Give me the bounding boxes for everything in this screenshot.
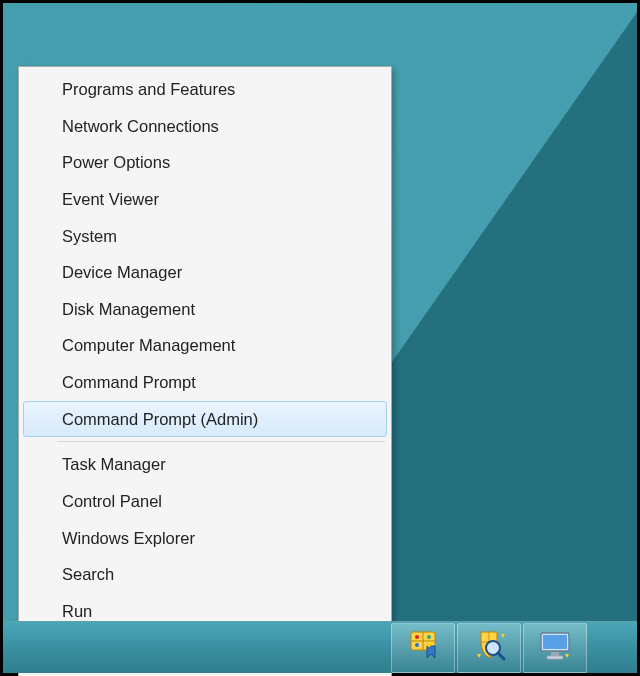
shield-flag-icon [405,628,441,668]
menu-item-label: Windows Explorer [62,529,195,547]
svg-point-1 [415,635,419,639]
svg-marker-8 [501,634,505,638]
menu-item-label: Task Manager [62,455,166,473]
menu-item-command-prompt[interactable]: Command Prompt [23,364,387,401]
menu-separator [57,441,385,442]
menu-item-power-options[interactable]: Power Options [23,144,387,181]
menu-item-label: Control Panel [62,492,162,510]
menu-item-label: Programs and Features [62,80,235,98]
svg-point-3 [415,643,419,647]
menu-item-label: Network Connections [62,117,219,135]
menu-item-label: System [62,227,117,245]
desktop: Programs and FeaturesNetwork Connections… [3,3,637,673]
menu-item-search[interactable]: Search [23,556,387,593]
menu-item-windows-explorer[interactable]: Windows Explorer [23,520,387,557]
menu-item-network-connections[interactable]: Network Connections [23,108,387,145]
svg-point-2 [427,635,431,639]
menu-item-label: Power Options [62,153,170,171]
svg-point-4 [427,643,431,647]
menu-item-label: Search [62,565,114,583]
menu-item-control-panel[interactable]: Control Panel [23,483,387,520]
menu-item-system[interactable]: System [23,218,387,255]
menu-item-event-viewer[interactable]: Event Viewer [23,181,387,218]
menu-item-label: Run [62,602,92,620]
menu-item-label: Command Prompt [62,373,196,391]
svg-rect-10 [543,635,567,649]
svg-rect-12 [547,656,563,659]
svg-marker-7 [477,654,481,658]
menu-item-label: Computer Management [62,336,235,354]
taskbar [3,621,637,673]
winx-power-user-menu: Programs and FeaturesNetwork Connections… [18,66,392,676]
shield-magnifier-icon [471,628,507,668]
taskbar-button-action-center[interactable] [391,623,455,673]
svg-line-6 [498,653,504,659]
svg-marker-13 [565,654,569,658]
menu-item-label: Disk Management [62,300,195,318]
menu-item-computer-management[interactable]: Computer Management [23,327,387,364]
taskbar-button-magnifier[interactable] [457,623,521,673]
svg-rect-11 [551,652,559,656]
menu-item-label: Device Manager [62,263,182,281]
menu-item-label: Command Prompt (Admin) [62,410,258,428]
menu-item-disk-management[interactable]: Disk Management [23,291,387,328]
menu-item-programs-features[interactable]: Programs and Features [23,71,387,108]
taskbar-button-computer[interactable] [523,623,587,673]
menu-item-command-prompt-admin[interactable]: Command Prompt (Admin) [23,401,387,438]
computer-monitor-icon [537,628,573,668]
menu-item-task-manager[interactable]: Task Manager [23,446,387,483]
menu-item-device-manager[interactable]: Device Manager [23,254,387,291]
menu-item-label: Event Viewer [62,190,159,208]
